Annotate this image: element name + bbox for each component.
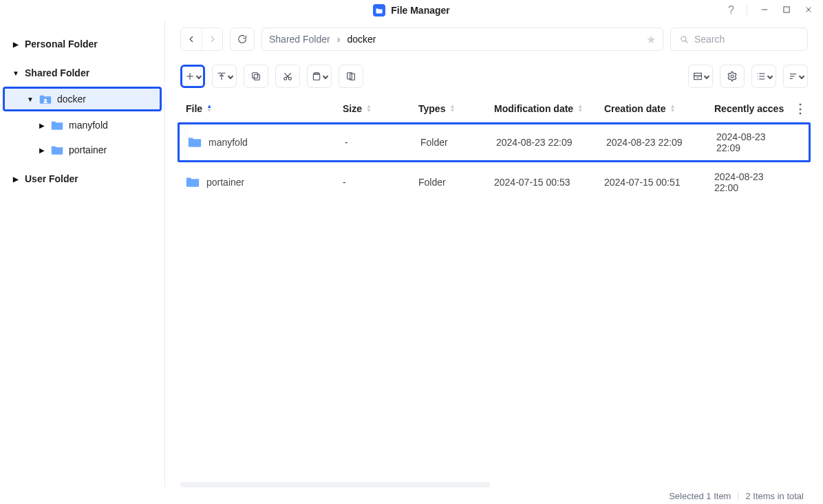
file-type: Folder xyxy=(418,177,494,188)
sort-indicator: ▲▼ xyxy=(206,105,212,113)
file-created-date: 2024-07-15 00:51 xyxy=(604,177,714,188)
folder-icon xyxy=(51,120,63,131)
help-button[interactable]: ? xyxy=(728,4,734,17)
sort-indicator: ▲▼ xyxy=(449,105,455,113)
file-name: portainer xyxy=(206,177,244,188)
column-label: File xyxy=(186,103,202,114)
chevron-down-icon xyxy=(323,74,328,79)
copy-button[interactable] xyxy=(244,65,268,88)
column-label: Size xyxy=(343,103,362,114)
back-button[interactable] xyxy=(181,28,202,50)
settings-button[interactable] xyxy=(720,65,745,88)
status-total: 2 Items in total xyxy=(745,491,804,501)
chevron-right-icon: ▶ xyxy=(37,122,47,129)
sidebar-item-portainer[interactable]: ▶ portainer xyxy=(0,138,164,162)
column-creation-date[interactable]: Creation date ▲▼ xyxy=(604,103,714,114)
minimize-button[interactable] xyxy=(760,5,769,17)
folder-icon xyxy=(186,176,200,188)
svg-rect-12 xyxy=(253,73,258,78)
column-options-button[interactable]: ⋮ xyxy=(790,101,811,116)
column-label: Creation date xyxy=(604,103,665,114)
app-title: File Manager xyxy=(391,5,450,16)
chevron-right-icon: ▶ xyxy=(37,146,47,154)
search-input[interactable] xyxy=(694,34,799,45)
new-button[interactable] xyxy=(180,65,205,88)
status-bar: Selected 1 Item 2 Items in total xyxy=(0,487,823,504)
file-size: - xyxy=(345,137,420,148)
sort-indicator: ▲▼ xyxy=(366,105,372,113)
chevron-down-icon xyxy=(799,74,804,79)
chevron-right-icon: ▶ xyxy=(11,41,21,48)
svg-rect-1 xyxy=(784,6,789,12)
sidebar-item-manyfold[interactable]: ▶ manyfold xyxy=(0,113,164,138)
breadcrumb-segment[interactable]: Shared Folder xyxy=(269,34,330,45)
file-accessed-date: 2024-08-23 22:09 xyxy=(716,131,788,153)
sidebar-item-personal-folder[interactable]: ▶ Personal Folder xyxy=(0,32,164,56)
column-label: Recently acces xyxy=(714,103,784,114)
column-file[interactable]: File ▲▼ xyxy=(178,103,343,114)
archive-button[interactable] xyxy=(688,65,713,88)
sidebar-item-shared-folder[interactable]: ▼ Shared Folder xyxy=(0,61,164,85)
chevron-down-icon: ▼ xyxy=(11,69,21,77)
sidebar-item-docker[interactable]: ▼ docker xyxy=(3,87,162,111)
sort-indicator: ▲▼ xyxy=(670,105,675,113)
sidebar-item-label: manyfold xyxy=(69,120,108,131)
separator xyxy=(738,492,738,501)
horizontal-scrollbar[interactable] xyxy=(180,482,808,487)
sidebar-item-label: docker xyxy=(57,94,86,105)
svg-point-4 xyxy=(44,99,47,102)
nav-history xyxy=(180,28,223,51)
table-header: File ▲▼ Size ▲▼ Types ▲▼ Modification da… xyxy=(178,95,811,122)
breadcrumb[interactable]: Shared Folder › docker ★ xyxy=(261,28,663,51)
separator xyxy=(747,5,747,16)
sidebar-item-label: User Folder xyxy=(25,173,78,184)
chevron-down-icon xyxy=(704,74,709,79)
file-accessed-date: 2024-08-23 22:00 xyxy=(714,171,790,193)
table-row[interactable]: manyfold - Folder 2024-08-23 22:09 2024-… xyxy=(178,122,811,162)
column-modification-date[interactable]: Modification date ▲▼ xyxy=(494,103,604,114)
chevron-down-icon: ▼ xyxy=(25,96,35,103)
svg-point-5 xyxy=(681,36,686,41)
file-mod-date: 2024-08-23 22:09 xyxy=(496,137,606,148)
maximize-button[interactable] xyxy=(782,5,791,17)
breadcrumb-segment[interactable]: docker xyxy=(347,34,376,45)
app-icon xyxy=(373,4,385,17)
file-table: File ▲▼ Size ▲▼ Types ▲▼ Modification da… xyxy=(165,95,823,479)
file-size: - xyxy=(343,177,418,188)
file-created-date: 2024-08-23 22:09 xyxy=(606,137,716,148)
sidebar-item-label: Shared Folder xyxy=(25,67,89,78)
table-row[interactable]: portainer - Folder 2024-07-15 00:53 2024… xyxy=(178,162,811,202)
chevron-down-icon xyxy=(767,74,773,79)
breadcrumb-separator: › xyxy=(337,34,341,45)
shared-folder-icon xyxy=(39,94,52,105)
column-recently-accessed[interactable]: Recently acces xyxy=(714,103,790,114)
folder-icon xyxy=(188,136,202,149)
upload-button[interactable] xyxy=(212,65,237,88)
search-icon xyxy=(679,34,689,45)
sidebar: ▶ Personal Folder ▼ Shared Folder ▼ dock… xyxy=(0,21,165,487)
svg-line-6 xyxy=(685,41,687,43)
close-button[interactable] xyxy=(804,5,813,17)
folder-icon xyxy=(51,144,63,155)
sidebar-item-label: Personal Folder xyxy=(25,39,98,50)
chevron-right-icon: ▶ xyxy=(11,175,21,183)
column-size[interactable]: Size ▲▼ xyxy=(343,103,418,114)
file-type: Folder xyxy=(420,137,496,148)
paste-button[interactable] xyxy=(307,65,332,88)
duplicate-button[interactable] xyxy=(339,65,363,88)
sidebar-item-label: portainer xyxy=(69,144,107,155)
chevron-down-icon xyxy=(228,74,233,79)
column-types[interactable]: Types ▲▼ xyxy=(418,103,494,114)
refresh-button[interactable] xyxy=(230,28,255,51)
sort-button[interactable] xyxy=(783,65,808,88)
view-mode-button[interactable] xyxy=(751,65,776,88)
file-mod-date: 2024-07-15 00:53 xyxy=(494,177,604,188)
forward-button[interactable] xyxy=(202,28,222,50)
file-name: manyfold xyxy=(209,137,248,148)
favorite-star-icon[interactable]: ★ xyxy=(646,33,656,46)
search-box[interactable] xyxy=(670,28,808,51)
sidebar-item-user-folder[interactable]: ▶ User Folder xyxy=(0,166,164,191)
sort-indicator: ▲▼ xyxy=(577,105,583,113)
svg-rect-21 xyxy=(694,73,702,76)
cut-button[interactable] xyxy=(275,65,300,88)
